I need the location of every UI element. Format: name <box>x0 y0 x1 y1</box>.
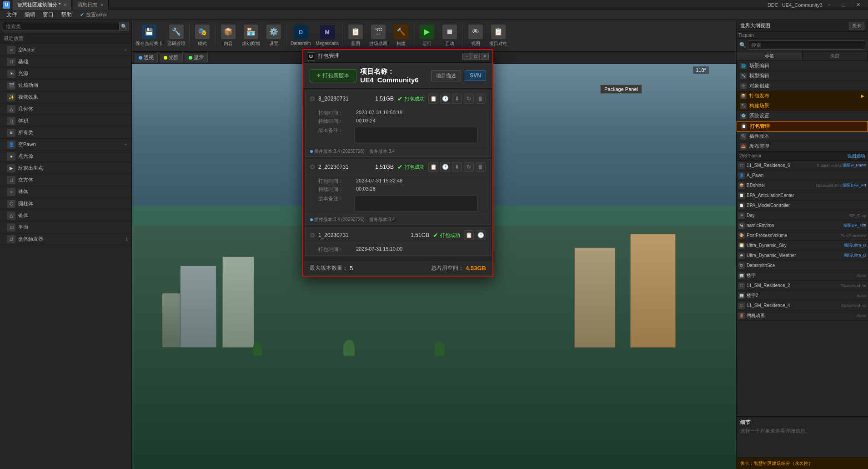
list-item-postprocess[interactable]: 🎨 PostProcessVolume PostProcessV <box>737 231 868 241</box>
right-panel-close-btn[interactable]: 关卡 <box>849 22 864 30</box>
pkg-refresh-btn-2[interactable]: ↻ <box>464 162 474 172</box>
object-create-btn[interactable]: ➕ 对象创建 <box>737 81 868 91</box>
actor-item-sphere[interactable]: ○ 球体 <box>0 186 131 198</box>
pkg-notes-box-1[interactable] <box>355 127 477 143</box>
actor-item-boxtrigger[interactable]: □ 盒体触发器 ℹ <box>0 233 131 245</box>
list-item-gate-anim[interactable]: 🚪 闸机动画 Actor <box>737 311 868 321</box>
toolbar-play[interactable]: ▶ 运行 <box>416 21 438 50</box>
namic-edit-btn[interactable]: 编辑BP_Tim <box>843 222 866 228</box>
actor-item-cube[interactable]: □ 立方体 <box>0 174 131 186</box>
list-item-building[interactable]: 🏢 楼宇 Actor <box>737 271 868 281</box>
publish-btn[interactable]: 📦 打包发布 ▶ <box>737 91 868 101</box>
pkg-svn-btn[interactable]: SVN <box>465 70 486 81</box>
list-item-building2[interactable]: 🏢 楼宇2 Actor <box>737 291 868 301</box>
tab-close-main[interactable]: ✕ <box>63 2 67 7</box>
actor-item-basic[interactable]: □ 基础 <box>0 56 131 68</box>
right-search-input[interactable] <box>748 40 865 50</box>
list-item-datasmith[interactable]: D DatasmithSce <box>737 261 868 271</box>
toolbar-settings[interactable]: ⚙️ 设置 <box>263 21 285 50</box>
pkg-clipboard-btn-3[interactable]: 📋 <box>464 230 474 240</box>
vp-perspective-btn[interactable]: 透视 <box>135 53 158 62</box>
pkg-download-btn-1[interactable]: ⬇ <box>452 94 462 104</box>
list-item-ultra-sky[interactable]: 🌅 Ultra_Dynamic_Sky 编辑Ultra_D <box>737 241 868 251</box>
pkg-close-btn[interactable]: ✕ <box>481 53 489 60</box>
pkg-max-btn[interactable]: □ <box>472 53 480 60</box>
toolbar-launch[interactable]: ⏹ 启动 <box>439 21 461 50</box>
list-item-namic[interactable]: 🌤 namicEnviron 编辑BP_Tim <box>737 221 868 231</box>
pkg-clipboard-btn-2[interactable]: 📋 <box>428 162 438 172</box>
model-edit-btn[interactable]: 🔧 模型编辑 <box>737 71 868 81</box>
actor-add-btn[interactable]: ＋ <box>123 46 128 53</box>
actor-item-empty[interactable]: ○ 空Actor ＋ <box>0 44 131 56</box>
toolbar-view[interactable]: 👁 视图 <box>465 21 487 50</box>
publish-mgr-btn[interactable]: 📤 发布管理 <box>737 141 868 151</box>
toolbar-datasmith[interactable]: D Datasmith <box>289 21 313 50</box>
list-item-bpa-art[interactable]: 📋 BPA_ArticulationCenter <box>737 191 868 201</box>
toolbar-project[interactable]: 📋 项目对柱 <box>487 21 509 50</box>
list-item-residence2[interactable]: □ 11_SM_Residence_2 StaticMeshAc <box>737 281 868 291</box>
actor-item-plane[interactable]: ▭ 平面 <box>0 222 131 233</box>
pkg-clock-btn-1[interactable]: 🕐 <box>440 94 450 104</box>
pkg-clock-btn-3[interactable]: 🕐 <box>476 230 486 240</box>
actor-item-visual[interactable]: ✨ 视觉效果 <box>0 91 131 103</box>
pkg-refresh-btn-1[interactable]: ↻ <box>464 94 474 104</box>
right-tab-type[interactable]: 类型 <box>803 51 868 61</box>
pkg-clock-btn-2[interactable]: 🕐 <box>440 162 450 172</box>
build-scene-btn[interactable]: 🔨 构建场景 <box>737 101 868 111</box>
vp-lighting-btn[interactable]: 光照 <box>160 53 183 62</box>
tab-main[interactable]: 智慧社区建筑细分 * ✕ <box>13 0 72 10</box>
toolbar-cinematic[interactable]: 🎬 过场动画 <box>367 21 389 50</box>
ultra-sky-edit-btn[interactable]: 编辑Ultra_D <box>844 242 866 248</box>
list-item-bpa-model[interactable]: 📋 BPA_ModelController <box>737 201 868 211</box>
pkg-new-version-btn[interactable]: ✈ 打包新版本 <box>310 69 356 82</box>
pkg-delete-btn-2[interactable]: 🗑 <box>476 162 486 172</box>
toolbar-build[interactable]: 🔨 构建 <box>390 21 412 50</box>
pkg-min-btn[interactable]: － <box>462 53 471 60</box>
toolbar-content[interactable]: 📦 内容 <box>217 21 239 50</box>
actor-item-cylinder[interactable]: ⬡ 圆柱体 <box>0 198 131 210</box>
actor-item-cinematic[interactable]: 🎬 过场动画 <box>0 80 131 91</box>
toolbar-megascans[interactable]: M Megascans <box>314 21 341 50</box>
menu-window[interactable]: 窗口 <box>39 10 57 20</box>
tab-close-log[interactable]: ✕ <box>100 2 104 7</box>
actor-item-geometry[interactable]: △ 几何体 <box>0 103 131 115</box>
pkg-notes-box-2[interactable] <box>355 195 477 212</box>
list-item-bdshinei[interactable]: 📦 BDshinei DatasmithSce 编辑BPA_Art <box>737 181 868 191</box>
list-item-residence6[interactable]: □ 11_SM_Residence_6 StaticMeshAc 编辑A_Paw… <box>737 161 868 171</box>
actor-item-playerstart[interactable]: ▶ 玩家出生点 <box>0 162 131 174</box>
actor-item-pawn[interactable]: 👤 空Pawn ＋ <box>0 139 131 151</box>
toolbar-blueprint[interactable]: 📋 蓝图 <box>345 21 366 50</box>
menu-help[interactable]: 帮助 <box>57 10 75 20</box>
toolbar-save[interactable]: 💾 保存当前关卡 <box>134 21 165 50</box>
pawn-add-btn[interactable]: ＋ <box>123 141 128 148</box>
pkg-desc-btn[interactable]: 项目描述 <box>431 70 461 81</box>
bdshinei-edit-btn[interactable]: 编辑BPA_Art <box>843 182 866 188</box>
list-item-ultra-weather[interactable]: 🌧 Ultra_Dynamic_Weather 编辑Ultra_D <box>737 251 868 261</box>
actor-search-btn[interactable]: 🔍 <box>120 22 129 31</box>
plugin-version-btn[interactable]: 🔌 插件版本 <box>737 131 868 141</box>
win-max-btn[interactable]: □ <box>836 0 851 10</box>
right-tab-tag[interactable]: 标签 <box>737 51 803 61</box>
actor-search-input[interactable] <box>3 22 120 31</box>
toolbar-mode[interactable]: 🎭 模式 <box>191 21 213 50</box>
scene-edit-btn[interactable]: 🌐 场景编辑 <box>737 61 868 71</box>
actor-item-all[interactable]: ≡ 所有类 <box>0 127 131 139</box>
actor-item-light[interactable]: ☀ 光源 <box>0 68 131 80</box>
ultra-weather-edit-btn[interactable]: 编辑Ultra_D <box>844 252 866 258</box>
vp-show-btn[interactable]: 显示 <box>185 53 208 62</box>
win-close-btn[interactable]: ✕ <box>851 0 865 10</box>
view-selection-btn[interactable]: 视图选项 <box>847 153 865 159</box>
list-item-residence4[interactable]: □ 11_SM_Residence_4 StaticMeshAc <box>737 301 868 311</box>
menu-file[interactable]: 文件 <box>3 10 21 20</box>
actor-item-volume[interactable]: □ 体积 <box>0 115 131 127</box>
list-item-day[interactable]: ☀ Day BP_Time <box>737 211 868 221</box>
pkg-download-btn-2[interactable]: ⬇ <box>452 162 462 172</box>
win-min-btn[interactable]: － <box>822 0 836 10</box>
toolbar-marketplace[interactable]: 🏪 虚幻商城 <box>240 21 262 50</box>
pkg-delete-btn-1[interactable]: 🗑 <box>476 94 486 104</box>
package-mgr-btn[interactable]: 📋 打包管理 <box>737 121 868 131</box>
toolbar-source[interactable]: 🔧 源码管理 <box>166 21 187 50</box>
pkg-clipboard-btn-1[interactable]: 📋 <box>428 94 438 104</box>
residence6-edit-btn[interactable]: 编辑A_Pawn <box>843 162 866 168</box>
menu-edit[interactable]: 编辑 <box>21 10 39 20</box>
